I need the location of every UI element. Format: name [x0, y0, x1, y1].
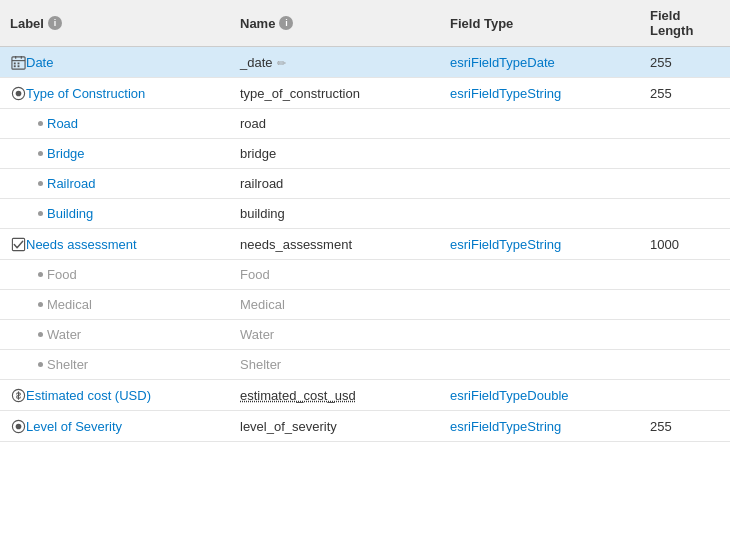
row-field-type: esriFieldTypeString [450, 419, 561, 434]
bullet-icon [38, 272, 43, 277]
row-label[interactable]: Medical [47, 297, 92, 312]
table-row[interactable]: Needs assessment needs_assessmentesriFie… [0, 229, 730, 260]
row-name: Shelter [240, 357, 281, 372]
row-field-length: 255 [650, 86, 672, 101]
header-name-text: Name [240, 16, 275, 31]
header-length-text: Field Length [650, 8, 693, 38]
header-label-text: Label [10, 16, 44, 31]
row-name: _date [240, 55, 273, 70]
table-row[interactable]: Estimated cost (USD) estimated_cost_usde… [0, 380, 730, 411]
radio-icon [10, 418, 26, 434]
svg-rect-6 [13, 65, 15, 67]
row-name: Water [240, 327, 274, 342]
table-row[interactable]: Medical Medical [0, 290, 730, 320]
row-label[interactable]: Level of Severity [26, 419, 122, 434]
bullet-icon [38, 302, 43, 307]
bullet-icon [38, 362, 43, 367]
table-row[interactable]: Building building [0, 199, 730, 229]
header-field-length: Field Length [640, 0, 730, 47]
row-field-type: esriFieldTypeString [450, 237, 561, 252]
row-name: railroad [240, 176, 283, 191]
cost-icon [10, 387, 26, 403]
row-label[interactable]: Road [47, 116, 78, 131]
table-row[interactable]: Food Food [0, 260, 730, 290]
label-info-icon[interactable]: i [48, 16, 62, 30]
row-name: road [240, 116, 266, 131]
row-label[interactable]: Date [26, 55, 53, 70]
svg-rect-5 [17, 62, 19, 64]
table-row[interactable]: Level of Severity level_of_severityesriF… [0, 411, 730, 442]
row-field-length: 255 [650, 55, 672, 70]
header-type-text: Field Type [450, 16, 513, 31]
table-header: Label i Name i Field Type Field Length [0, 0, 730, 47]
row-name: Medical [240, 297, 285, 312]
table-row[interactable]: Type of Construction type_of_constructio… [0, 78, 730, 109]
row-name: bridge [240, 146, 276, 161]
row-field-length: 255 [650, 419, 672, 434]
checkbox-icon [10, 236, 26, 252]
row-label[interactable]: Shelter [47, 357, 88, 372]
row-label[interactable]: Water [47, 327, 81, 342]
row-label[interactable]: Bridge [47, 146, 85, 161]
row-name: needs_assessment [240, 237, 352, 252]
svg-point-13 [15, 423, 21, 429]
bullet-icon [38, 181, 43, 186]
table-row[interactable]: Date _date✏esriFieldTypeDate255 [0, 47, 730, 78]
table-row[interactable]: Road road [0, 109, 730, 139]
header-label: Label i [0, 0, 230, 47]
row-field-type: esriFieldTypeString [450, 86, 561, 101]
bullet-icon [38, 121, 43, 126]
name-info-icon[interactable]: i [279, 16, 293, 30]
table-row[interactable]: Bridge bridge [0, 139, 730, 169]
svg-rect-7 [17, 65, 19, 67]
row-field-type: esriFieldTypeDate [450, 55, 555, 70]
bullet-icon [38, 332, 43, 337]
row-name: estimated_cost_usd [240, 388, 356, 403]
bullet-icon [38, 151, 43, 156]
header-field-type: Field Type [440, 0, 640, 47]
calendar-icon [10, 54, 26, 70]
row-label[interactable]: Railroad [47, 176, 95, 191]
header-name: Name i [230, 0, 440, 47]
row-name: Food [240, 267, 270, 282]
row-label[interactable]: Building [47, 206, 93, 221]
svg-rect-4 [13, 62, 15, 64]
table-row[interactable]: Shelter Shelter [0, 350, 730, 380]
bullet-icon [38, 211, 43, 216]
svg-point-9 [15, 90, 21, 96]
row-label[interactable]: Type of Construction [26, 86, 145, 101]
field-table: Label i Name i Field Type Field Length [0, 0, 730, 442]
row-field-length: 1000 [650, 237, 679, 252]
row-name: level_of_severity [240, 419, 337, 434]
row-name: building [240, 206, 285, 221]
table-row[interactable]: Railroad railroad [0, 169, 730, 199]
row-label[interactable]: Needs assessment [26, 237, 137, 252]
edit-icon[interactable]: ✏ [277, 57, 286, 69]
row-name: type_of_construction [240, 86, 360, 101]
row-field-type: esriFieldTypeDouble [450, 388, 569, 403]
row-label[interactable]: Food [47, 267, 77, 282]
radio-icon [10, 85, 26, 101]
row-label[interactable]: Estimated cost (USD) [26, 388, 151, 403]
table-row[interactable]: Water Water [0, 320, 730, 350]
